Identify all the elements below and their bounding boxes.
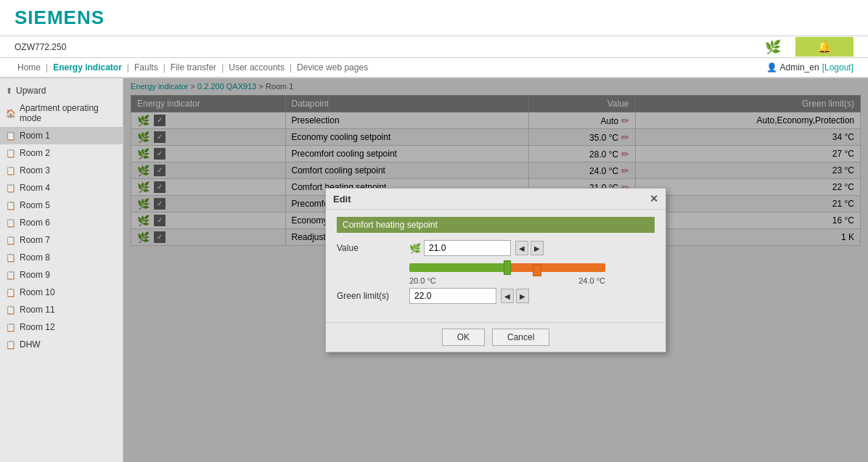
green-limits-input[interactable] — [409, 288, 496, 304]
sidebar-label-room8: Room 8 — [20, 252, 50, 263]
header: SIEMENS — [0, 0, 868, 36]
value-row: Value 🌿 ◀ ▶ — [337, 240, 655, 256]
nav-user-accounts[interactable]: User accounts — [226, 62, 287, 73]
sidebar-item-room2[interactable]: 📋 Room 2 — [0, 144, 123, 162]
green-limits-label: Green limit(s) — [337, 291, 409, 301]
dhw-icon: 📋 — [6, 340, 16, 350]
sidebar-label-room11: Room 11 — [20, 305, 55, 315]
sidebar-label-room10: Room 10 — [20, 287, 55, 297]
room3-icon: 📋 — [6, 166, 16, 176]
room5-icon: 📋 — [6, 201, 16, 210]
slider-max-label: 24.0 °C — [578, 276, 605, 285]
slider-orange-section — [507, 263, 605, 272]
bell-area: 🔔 — [795, 37, 853, 57]
sidebar-label-room2: Room 2 — [20, 148, 50, 158]
value-arrows: ◀ ▶ — [515, 241, 544, 255]
user-area: 👤 Admin_en [Logout] — [766, 62, 853, 73]
sidebar-label-room4: Room 4 — [20, 183, 50, 193]
sidebar-item-room1[interactable]: 📋 Room 1 — [0, 127, 123, 144]
value-decrease-button[interactable]: ◀ — [515, 241, 528, 255]
sidebar-item-room11[interactable]: 📋 Room 11 — [0, 301, 123, 318]
room11-icon: 📋 — [6, 305, 16, 315]
nav-faults[interactable]: Faults — [131, 62, 161, 73]
dialog-close-button[interactable]: ✕ — [650, 193, 658, 205]
room1-icon: 📋 — [6, 131, 16, 141]
sidebar-label-room1: Room 1 — [20, 131, 50, 141]
main-content: Energy indicator > 0.2.200 QAX913 > Room… — [123, 78, 868, 462]
sidebar-label-room3: Room 3 — [20, 165, 50, 176]
sidebar-label-room6: Room 6 — [20, 218, 50, 228]
sidebar: ⬆ Upward 🏠 Apartment operating mode 📋 Ro… — [0, 78, 123, 462]
slider-container: 20.0 °C 24.0 °C — [409, 263, 605, 285]
nav-bar: Home | Energy indicator | Faults | File … — [0, 58, 868, 78]
sidebar-item-room5[interactable]: 📋 Room 5 — [0, 197, 123, 214]
sidebar-item-room4[interactable]: 📋 Room 4 — [0, 179, 123, 197]
room4-icon: 📋 — [6, 183, 16, 193]
user-icon: 👤 — [766, 62, 777, 73]
sidebar-label-room12: Room 12 — [20, 322, 55, 332]
sidebar-label-upward: Upward — [16, 86, 46, 96]
green-limits-increase-button[interactable]: ▶ — [516, 289, 529, 303]
sidebar-label-dhw: DHW — [20, 339, 41, 350]
slider-thumb-orange[interactable] — [533, 265, 541, 276]
sidebar-item-room12[interactable]: 📋 Room 12 — [0, 318, 123, 336]
nav-device-web-pages[interactable]: Device web pages — [294, 62, 371, 73]
sidebar-label-room5: Room 5 — [20, 200, 50, 210]
room10-icon: 📋 — [6, 288, 16, 297]
green-limits-row: Green limit(s) ◀ ▶ — [337, 288, 655, 304]
sidebar-item-room3[interactable]: 📋 Room 3 — [0, 162, 123, 179]
siemens-logo: SIEMENS — [15, 7, 105, 29]
room6-icon: 📋 — [6, 218, 16, 228]
logout-link[interactable]: [Logout] — [822, 62, 853, 73]
topbar: OZW772.250 🌿 🔔 — [0, 36, 868, 58]
sidebar-item-apartment-operating-mode[interactable]: 🏠 Apartment operating mode — [0, 99, 123, 127]
user-name: Admin_en — [780, 62, 819, 73]
nav-file-transfer[interactable]: File transfer — [168, 62, 219, 73]
edit-dialog: Edit ✕ Comfort heating setpoint Value 🌿 … — [325, 188, 666, 352]
room8-icon: 📋 — [6, 253, 16, 263]
upward-icon: ⬆ — [6, 86, 12, 96]
sidebar-item-room9[interactable]: 📋 Room 9 — [0, 266, 123, 284]
value-leaf-icon: 🌿 — [409, 243, 421, 254]
slider-labels: 20.0 °C 24.0 °C — [409, 276, 605, 285]
leaf-icon: 🌿 — [765, 39, 781, 55]
slider-min-label: 20.0 °C — [409, 276, 436, 285]
room9-icon: 📋 — [6, 271, 16, 280]
dialog-footer: OK Cancel — [326, 322, 666, 352]
sidebar-item-upward[interactable]: ⬆ Upward — [0, 82, 123, 99]
room12-icon: 📋 — [6, 323, 16, 332]
dialog-body: Comfort heating setpoint Value 🌿 ◀ ▶ — [326, 210, 666, 318]
sidebar-item-dhw[interactable]: 📋 DHW — [0, 336, 123, 353]
ok-button[interactable]: OK — [442, 329, 485, 346]
nav-home[interactable]: Home — [15, 62, 44, 73]
sidebar-label-room7: Room 7 — [20, 235, 50, 245]
device-name: OZW772.250 — [15, 42, 765, 52]
layout: ⬆ Upward 🏠 Apartment operating mode 📋 Ro… — [0, 78, 868, 462]
sidebar-label-room9: Room 9 — [20, 270, 50, 280]
bell-icon: 🔔 — [817, 40, 832, 54]
dialog-titlebar: Edit ✕ — [326, 189, 666, 210]
sidebar-item-room7[interactable]: 📋 Room 7 — [0, 231, 123, 249]
cancel-button[interactable]: Cancel — [492, 329, 549, 346]
nav-energy-indicator[interactable]: Energy indicator — [50, 62, 125, 73]
green-limits-arrows: ◀ ▶ — [501, 289, 529, 303]
sidebar-label-apartment: Apartment operating mode — [20, 103, 117, 123]
room7-icon: 📋 — [6, 236, 16, 245]
slider-green-section — [409, 263, 507, 272]
sidebar-item-room8[interactable]: 📋 Room 8 — [0, 249, 123, 266]
value-input[interactable] — [424, 240, 511, 256]
dialog-section-title: Comfort heating setpoint — [337, 217, 655, 233]
sidebar-item-room10[interactable]: 📋 Room 10 — [0, 284, 123, 301]
sidebar-item-room6[interactable]: 📋 Room 6 — [0, 214, 123, 231]
value-increase-button[interactable]: ▶ — [531, 241, 544, 255]
apartment-icon: 🏠 — [6, 109, 16, 118]
slider-thumb-green[interactable] — [504, 260, 511, 275]
green-limits-decrease-button[interactable]: ◀ — [501, 289, 514, 303]
room2-icon: 📋 — [6, 149, 16, 158]
dialog-overlay: Edit ✕ Comfort heating setpoint Value 🌿 … — [123, 78, 868, 462]
dialog-title: Edit — [333, 194, 351, 205]
value-label: Value — [337, 243, 409, 253]
